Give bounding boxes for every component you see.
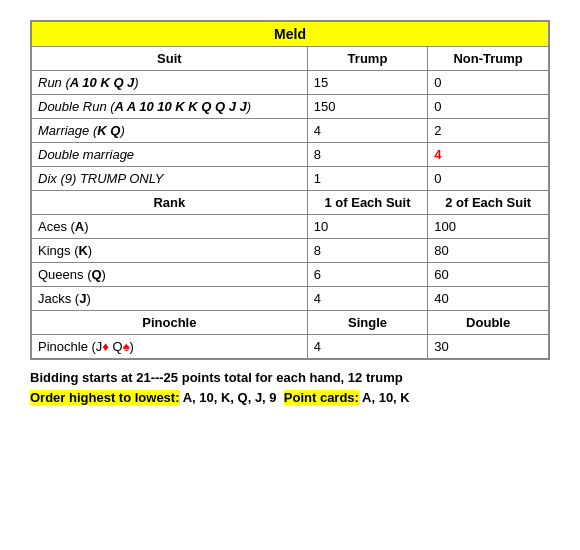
two-suit-cell: 40 <box>428 287 549 311</box>
footer-line2: Order highest to lowest: A, 10, K, Q, J,… <box>30 388 550 408</box>
table-row: Aces (A) 10 100 <box>31 215 549 239</box>
footer-text1: A, 10, K, Q, J, 9 <box>180 390 284 405</box>
footer-line1: Bidding starts at 21---25 points total f… <box>30 368 550 388</box>
one-suit-cell: 10 <box>307 215 428 239</box>
suit-header: Suit <box>31 47 307 71</box>
table-row: Double Run (A A 10 10 K K Q Q J J) 150 0 <box>31 95 549 119</box>
trump-cell: 8 <box>307 143 428 167</box>
table-row: Run (A 10 K Q J) 15 0 <box>31 71 549 95</box>
two-suit-cell: 80 <box>428 239 549 263</box>
suit-cell: Double marriage <box>31 143 307 167</box>
two-suit-cell: 60 <box>428 263 549 287</box>
footer-highlight1: Order highest to lowest: <box>30 390 180 405</box>
rank-cell: Queens (Q) <box>31 263 307 287</box>
meld-table: Meld Suit Trump Non-Trump Run (A 10 K Q … <box>30 20 550 360</box>
table-row: Queens (Q) 6 60 <box>31 263 549 287</box>
trump-cell: 15 <box>307 71 428 95</box>
pinochle-col-header: Pinochle <box>31 311 307 335</box>
table-row: Kings (K) 8 80 <box>31 239 549 263</box>
table-row: Marriage (K Q) 4 2 <box>31 119 549 143</box>
pinochle-cell: Pinochle (J♦ Q♠) <box>31 335 307 360</box>
nontrump-cell: 0 <box>428 71 549 95</box>
pinochle-header-row: Pinochle Single Double <box>31 311 549 335</box>
nontrump-cell: 2 <box>428 119 549 143</box>
rank-cell: Kings (K) <box>31 239 307 263</box>
two-suit-cell: 100 <box>428 215 549 239</box>
nontrump-cell: 0 <box>428 167 549 191</box>
footer-highlight2: Point cards: <box>284 390 359 405</box>
column-header-row: Suit Trump Non-Trump <box>31 47 549 71</box>
main-container: Meld Suit Trump Non-Trump Run (A 10 K Q … <box>30 20 550 407</box>
suit-cell: Marriage (K Q) <box>31 119 307 143</box>
table-row: Dix (9) TRUMP ONLY 1 0 <box>31 167 549 191</box>
table-title: Meld <box>31 21 549 47</box>
one-suit-cell: 8 <box>307 239 428 263</box>
nontrump-cell: 4 <box>428 143 549 167</box>
table-row: Pinochle (J♦ Q♠) 4 30 <box>31 335 549 360</box>
rank-cell: Jacks (J) <box>31 287 307 311</box>
suit-cell: Run (A 10 K Q J) <box>31 71 307 95</box>
footer-text2: A, 10, K <box>359 390 410 405</box>
trump-header: Trump <box>307 47 428 71</box>
nontrump-header: Non-Trump <box>428 47 549 71</box>
suit-cell: Dix (9) TRUMP ONLY <box>31 167 307 191</box>
suit-cell: Double Run (A A 10 10 K K Q Q J J) <box>31 95 307 119</box>
single-header: Single <box>307 311 428 335</box>
single-cell: 4 <box>307 335 428 360</box>
table-title-row: Meld <box>31 21 549 47</box>
trump-cell: 4 <box>307 119 428 143</box>
double-cell: 30 <box>428 335 549 360</box>
footer: Bidding starts at 21---25 points total f… <box>30 368 550 407</box>
rank-cell: Aces (A) <box>31 215 307 239</box>
double-header: Double <box>428 311 549 335</box>
one-suit-cell: 4 <box>307 287 428 311</box>
nontrump-cell: 0 <box>428 95 549 119</box>
table-row: Jacks (J) 4 40 <box>31 287 549 311</box>
trump-cell: 1 <box>307 167 428 191</box>
rank-col-header: Rank <box>31 191 307 215</box>
trump-cell: 150 <box>307 95 428 119</box>
one-suit-header: 1 of Each Suit <box>307 191 428 215</box>
one-suit-cell: 6 <box>307 263 428 287</box>
two-suit-header: 2 of Each Suit <box>428 191 549 215</box>
table-row: Double marriage 8 4 <box>31 143 549 167</box>
rank-header-row: Rank 1 of Each Suit 2 of Each Suit <box>31 191 549 215</box>
